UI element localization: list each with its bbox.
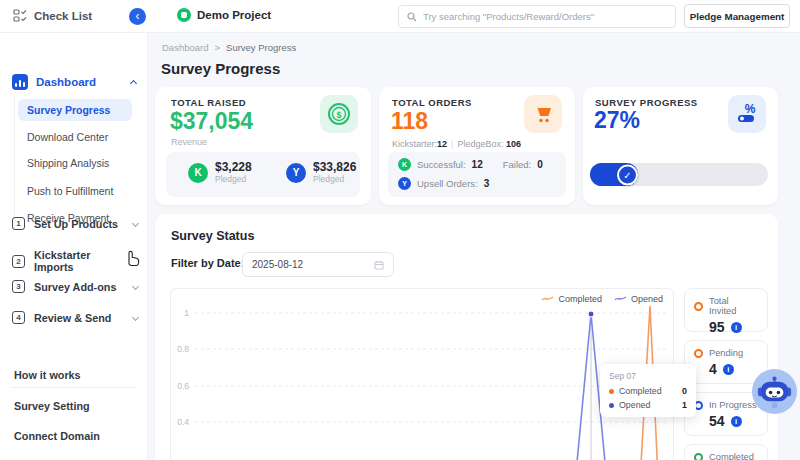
y-tick-1: 1 xyxy=(184,308,189,318)
step-1-badge: 1 xyxy=(12,217,25,230)
total-invited-card: Total Invited 95i xyxy=(684,288,768,332)
page-title: Survey Progress xyxy=(161,60,280,77)
total-raised-card: TOTAL RAISED $37,054 Revenue $ K $3,228P… xyxy=(155,87,371,205)
breadcrumb: Dashboard > Survey Progress xyxy=(162,42,296,53)
in-progress-label: In Progress xyxy=(709,400,757,410)
y-tick-08: 0.8 xyxy=(177,344,189,354)
orders-source-meta: Kickstarter:12|PledgeBox: 106 xyxy=(392,139,521,149)
pending-value: 4 xyxy=(709,361,717,377)
step-4-badge: 4 xyxy=(12,311,25,324)
date-filter-input[interactable]: 2025-08-12 xyxy=(242,252,394,277)
chart-legend: Completed Opened xyxy=(541,294,663,304)
pledge-management-button[interactable]: Pledge Management xyxy=(684,4,790,28)
y-tick-04: 0.4 xyxy=(177,417,189,427)
completed-label: Completed xyxy=(709,452,754,460)
tooltip-opened-label: Opened xyxy=(619,400,677,410)
survey-progress-bar: ✓ xyxy=(590,163,768,186)
check-icon: ✓ xyxy=(623,169,631,180)
percent-icon: % xyxy=(728,95,766,133)
tooltip-completed-label: Completed xyxy=(619,386,677,396)
pledgebox-icon: Y xyxy=(398,177,411,190)
sidebar-divider xyxy=(12,387,136,388)
total-raised-title: TOTAL RAISED xyxy=(171,97,246,108)
filter-by-date-label: Filter by Date: xyxy=(171,257,244,269)
legend-opened[interactable]: Opened xyxy=(614,294,663,304)
upsell-orders-row: Y Upsell Orders:3 xyxy=(398,177,489,190)
chevron-down-icon xyxy=(132,314,139,321)
breadcrumb-current: Survey Progress xyxy=(226,42,296,53)
pledgebox-raised-caption: Pledged xyxy=(313,174,356,184)
info-icon[interactable]: i xyxy=(731,322,742,333)
cart-icon xyxy=(524,95,562,133)
kickstarter-meta-label: Kickstarter: xyxy=(392,139,437,149)
checklist-icon xyxy=(13,9,27,22)
check-list-label: Check List xyxy=(34,10,92,22)
pending-dot-icon xyxy=(694,349,703,358)
project-switcher[interactable]: Demo Project xyxy=(177,8,271,22)
breadcrumb-parent[interactable]: Dashboard xyxy=(162,42,208,53)
sidebar-item-connect-domain[interactable]: Connect Domain xyxy=(14,430,100,442)
info-icon[interactable]: i xyxy=(731,416,742,427)
sidebar-collapse-button[interactable]: ‹ xyxy=(129,8,146,25)
svg-text:%: % xyxy=(745,102,756,116)
sidebar-item-set-up-products[interactable]: 1 Set Up Products xyxy=(12,217,138,230)
sidebar-item-review-send[interactable]: 4 Review & Send xyxy=(12,311,138,324)
sidebar-item-kickstarter-imports[interactable]: 2 Kickstarter Imports xyxy=(12,249,138,273)
pledgebox-icon: Y xyxy=(286,163,306,183)
opened-hover-point xyxy=(588,311,594,317)
kickstarter-meta-value: 12 xyxy=(437,139,447,149)
successful-label: Successful: xyxy=(417,159,466,170)
successful-value: 12 xyxy=(472,159,483,170)
total-invited-value: 95 xyxy=(709,319,725,335)
project-name: Demo Project xyxy=(197,9,271,21)
check-list-button[interactable]: Check List xyxy=(13,9,92,22)
chevron-down-icon xyxy=(132,258,139,265)
calendar-icon xyxy=(374,260,384,270)
chevron-down-icon xyxy=(132,220,139,227)
total-invited-label: Total Invited xyxy=(709,296,758,316)
sidebar-item-survey-add-ons[interactable]: 3 Survey Add-ons xyxy=(12,280,138,293)
total-orders-card: TOTAL ORDERS 118 Kickstarter:12|PledgeBo… xyxy=(379,87,575,205)
pledgebox-raised-value: $33,826 xyxy=(313,161,356,174)
search-input[interactable] xyxy=(423,11,667,22)
total-orders-title: TOTAL ORDERS xyxy=(392,97,472,108)
in-progress-value: 54 xyxy=(709,413,725,429)
info-icon[interactable]: i xyxy=(723,364,734,375)
failed-label: Failed: xyxy=(503,159,532,170)
sidebar-item-shipping-analysis[interactable]: Shipping Analysis xyxy=(18,152,132,174)
total-raised-value: $37,054 xyxy=(170,108,253,135)
survey-status-chart-panel: Completed Opened 1 0.8 0.6 xyxy=(170,288,674,460)
sidebar-item-download-center[interactable]: Download Center xyxy=(18,126,132,148)
step-2-label: Kickstarter Imports xyxy=(34,249,124,273)
pending-label: Pending xyxy=(709,348,743,358)
completed-dot-icon xyxy=(694,453,703,460)
survey-progress-value: 27% xyxy=(594,107,640,134)
survey-progress-card: SURVEY PROGRESS 27% % xyxy=(583,87,778,205)
total-raised-caption: Revenue xyxy=(171,137,207,147)
sidebar-item-how-it-works[interactable]: How it works xyxy=(14,369,81,381)
survey-status-title: Survey Status xyxy=(171,229,254,243)
sidebar-item-dashboard[interactable]: Dashboard xyxy=(12,74,136,90)
total-orders-value: 118 xyxy=(391,108,428,135)
kickstarter-icon: K xyxy=(398,158,411,171)
y-tick-06: 0.6 xyxy=(177,381,189,391)
step-4-label: Review & Send xyxy=(34,312,111,324)
failed-value: 0 xyxy=(537,159,543,170)
sidebar-item-survey-progress[interactable]: Survey Progress xyxy=(18,99,132,121)
completed-line-icon xyxy=(541,295,554,303)
legend-completed-label: Completed xyxy=(558,294,602,304)
pledgebox-meta-label: PledgeBox: xyxy=(457,139,503,149)
chevron-up-icon xyxy=(130,80,137,87)
sidebar-dashboard-label: Dashboard xyxy=(36,76,96,88)
kickstarter-raised-caption: Pledged xyxy=(215,174,252,184)
kickstarter-icon: K xyxy=(188,163,208,183)
tooltip-date: Sep 07 xyxy=(609,371,687,381)
chevron-down-icon xyxy=(132,283,139,290)
dashboard-icon xyxy=(12,74,28,90)
legend-completed[interactable]: Completed xyxy=(541,294,602,304)
chatbot-button[interactable] xyxy=(751,368,798,415)
sidebar-item-push-to-fulfillment[interactable]: Push to Fulfillment xyxy=(18,180,132,202)
opened-line-icon xyxy=(614,295,627,303)
sidebar-item-survey-setting[interactable]: Survey Setting xyxy=(14,400,90,412)
progress-toggle[interactable]: ✓ xyxy=(617,164,638,185)
